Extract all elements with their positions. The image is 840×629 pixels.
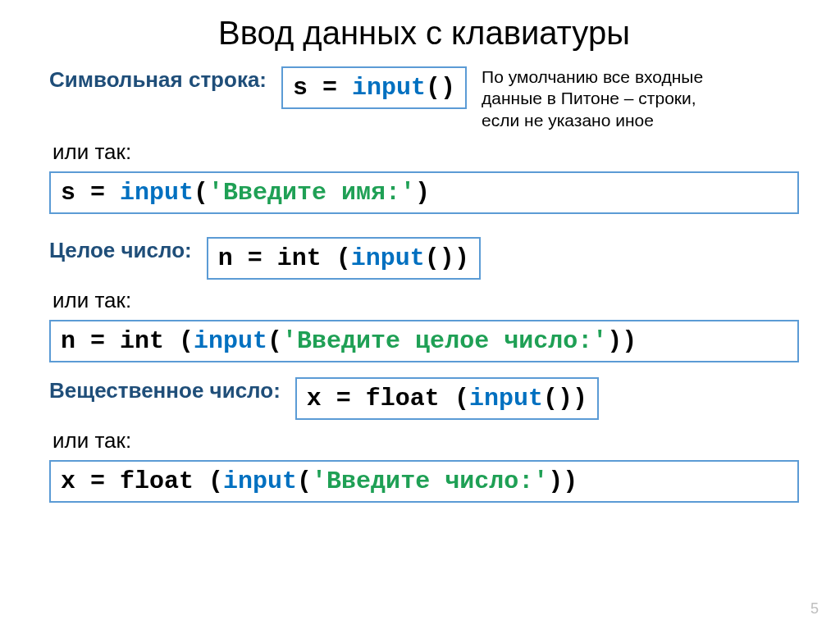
code-float-basic: x = float (input()) [295, 377, 599, 420]
code-token: = [308, 74, 352, 102]
code-token: 'Введите имя:' [208, 179, 415, 207]
code-token: ) [548, 467, 563, 495]
code-token: ) [415, 179, 430, 207]
page-number: 5 [810, 600, 819, 618]
code-string-prompt: s = input('Введите имя:') [49, 171, 799, 214]
code-token: input [469, 385, 543, 412]
code-token: input [223, 467, 297, 495]
code-token: int [120, 327, 179, 355]
slide-title: Ввод данных с клавиатуры [49, 15, 799, 52]
code-token: ) [573, 385, 587, 412]
code-token: input [351, 244, 425, 272]
float-row-1: Вещественное число: x = float (input()) [49, 377, 799, 420]
code-token: input [352, 74, 426, 102]
code-token: = [233, 244, 277, 272]
code-token: ( [297, 467, 312, 495]
code-token: input [120, 179, 194, 207]
code-token: x [307, 385, 322, 412]
code-token: 'Введите целое число:' [282, 327, 607, 355]
code-token: ) [454, 244, 469, 272]
code-token: float [366, 385, 454, 412]
code-string-basic: s = input() [281, 66, 467, 109]
code-token: 'Введите число:' [312, 467, 548, 495]
code-token: input [194, 327, 267, 355]
label-string: Символьная строка: [49, 66, 267, 94]
code-int-prompt: n = int (input('Введите целое число:')) [49, 320, 799, 362]
code-token: x [61, 467, 75, 495]
code-token: = [75, 327, 120, 355]
code-float-prompt: x = float (input('Введите число:')) [49, 460, 799, 503]
code-token: ( [425, 244, 440, 272]
code-token: ) [563, 467, 578, 495]
code-token: ) [558, 385, 573, 412]
code-token: ( [194, 179, 208, 207]
slide-content: Ввод данных с клавиатуры Символьная стро… [0, 0, 840, 503]
code-int-basic: n = int (input()) [207, 237, 481, 280]
code-token: = [75, 179, 120, 207]
code-token: ( [454, 385, 469, 412]
or-label-3: или так: [52, 428, 799, 454]
code-token: ( [426, 74, 441, 102]
code-token: = [75, 467, 120, 495]
code-token: s [293, 74, 308, 102]
code-token: ) [441, 74, 455, 102]
code-token: ( [208, 467, 223, 495]
note-default-string: По умолчанию все входные данные в Питоне… [482, 66, 736, 131]
code-token: n [218, 244, 233, 272]
code-token: n [61, 327, 75, 355]
label-int: Целое число: [49, 237, 192, 265]
code-token: ) [622, 327, 637, 355]
code-token: ) [440, 244, 454, 272]
code-token: s [61, 179, 75, 207]
code-token: int [277, 244, 336, 272]
or-label-2: или так: [52, 288, 799, 313]
or-label-1: или так: [52, 139, 799, 165]
code-token: ( [336, 244, 351, 272]
code-token: = [322, 385, 366, 412]
code-token: ) [607, 327, 622, 355]
code-token: ( [543, 385, 558, 412]
code-token: ( [179, 327, 194, 355]
code-token: float [120, 467, 208, 495]
code-token: ( [267, 327, 282, 355]
string-row-1: Символьная строка: s = input() По умолча… [49, 66, 799, 131]
int-row-1: Целое число: n = int (input()) [49, 237, 799, 280]
label-float: Вещественное число: [49, 377, 281, 405]
